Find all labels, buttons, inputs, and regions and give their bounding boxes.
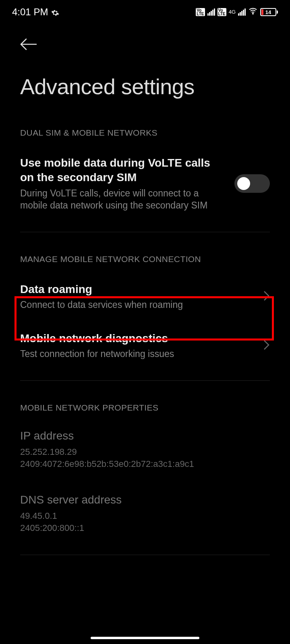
setting-desc: During VoLTE calls, device will connect … — [20, 188, 222, 212]
volte-icon: VoLTE — [196, 8, 205, 16]
network-diagnostics-row[interactable]: Mobile network diagnostics Test connecti… — [20, 331, 270, 360]
svg-point-0 — [253, 13, 253, 14]
status-bar: 4:01 PM VoLTE VoLTE 4G 14 — [0, 0, 290, 24]
network-type-icon: 4G — [229, 10, 236, 14]
setting-title: Mobile network diagnostics — [20, 331, 251, 346]
chevron-right-icon — [263, 340, 270, 352]
battery-icon: 14 — [260, 8, 278, 16]
dns-value-v4: 49.45.0.1 — [20, 510, 270, 522]
wifi-icon — [248, 6, 258, 18]
volte-data-row[interactable]: Use mobile data during VoLTE calls on th… — [20, 156, 270, 212]
divider — [20, 380, 270, 381]
section-header-manage-conn: MANAGE MOBILE NETWORK CONNECTION — [20, 254, 270, 264]
dns-address-row: DNS server address 49.45.0.1 2405:200:80… — [20, 493, 270, 535]
home-indicator[interactable] — [91, 637, 199, 639]
setting-title: Data roaming — [20, 282, 251, 297]
clock-text: 4:01 PM — [12, 6, 48, 18]
signal-icon — [207, 8, 215, 16]
volte-data-toggle[interactable] — [234, 174, 270, 193]
volte-icon: VoLTE — [218, 8, 226, 16]
section-header-properties: MOBILE NETWORK PROPERTIES — [20, 403, 270, 413]
property-title: DNS server address — [20, 493, 270, 507]
back-button[interactable] — [20, 38, 270, 52]
property-title: IP address — [20, 429, 270, 443]
dns-value-v6: 2405:200:800::1 — [20, 522, 270, 535]
gear-icon — [51, 8, 59, 16]
status-bar-left: 4:01 PM — [12, 6, 59, 18]
data-roaming-row[interactable]: Data roaming Connect to data services wh… — [20, 282, 270, 311]
ip-value-v4: 25.252.198.29 — [20, 446, 270, 458]
page-title: Advanced settings — [20, 74, 270, 99]
ip-value-v6: 2409:4072:6e98:b52b:53e0:2b72:a3c1:a9c1 — [20, 458, 270, 471]
section-header-dual-sim: DUAL SIM & MOBILE NETWORKS — [20, 128, 270, 138]
battery-percent: 14 — [265, 9, 271, 15]
divider — [20, 555, 270, 555]
signal-icon — [238, 8, 246, 16]
chevron-right-icon — [263, 291, 270, 303]
setting-desc: Test connection for networking issues — [20, 348, 251, 360]
setting-title: Use mobile data during VoLTE calls on th… — [20, 156, 222, 185]
ip-address-row: IP address 25.252.198.29 2409:4072:6e98:… — [20, 429, 270, 471]
setting-desc: Connect to data services when roaming — [20, 299, 251, 311]
status-bar-right: VoLTE VoLTE 4G 14 — [196, 6, 278, 18]
divider — [20, 232, 270, 232]
